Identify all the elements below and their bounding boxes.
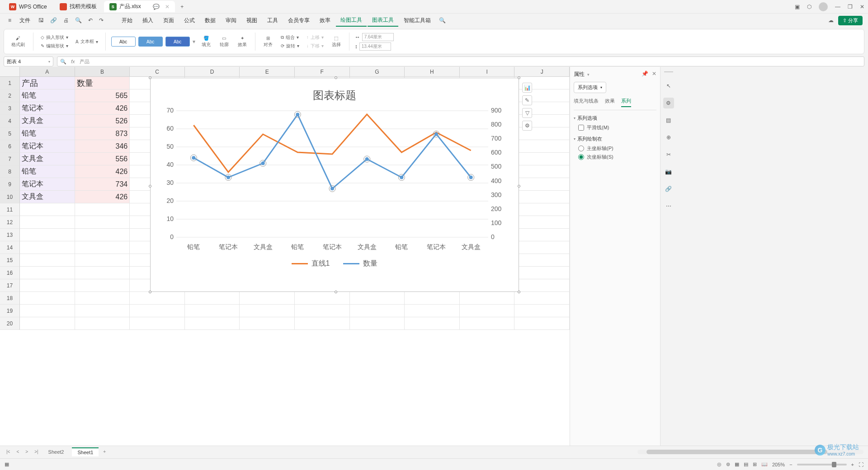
resize-handle[interactable] <box>335 291 337 293</box>
col-A[interactable]: A <box>20 67 75 76</box>
cell[interactable] <box>75 292 130 305</box>
cell[interactable] <box>240 292 295 305</box>
row-head[interactable]: 2 <box>0 89 20 102</box>
menu-view[interactable]: 视图 <box>242 15 262 26</box>
close-icon[interactable]: ✕ <box>652 70 656 77</box>
align-button[interactable]: ⊞对齐 <box>261 35 275 49</box>
menu-efficiency[interactable]: 效率 <box>315 15 335 26</box>
width-input[interactable] <box>362 33 394 41</box>
chart-settings-button[interactable]: ⚙ <box>522 121 532 131</box>
row-head[interactable]: 16 <box>0 267 20 279</box>
chevron-down-icon[interactable]: ▾ <box>587 72 590 77</box>
undo-icon[interactable]: ↶ <box>85 15 95 25</box>
collapse-handle[interactable] <box>664 71 673 72</box>
resize-handle[interactable] <box>518 76 520 79</box>
tab-wps[interactable]: WWPS Office <box>4 1 52 12</box>
cell[interactable] <box>75 279 130 292</box>
name-box[interactable]: 图表 4 <box>4 56 53 66</box>
row-head[interactable]: 14 <box>0 241 20 254</box>
cell[interactable] <box>20 241 75 254</box>
sheet-nav-next[interactable]: > <box>24 449 30 454</box>
format-brush-button[interactable]: 🖌格式刷 <box>9 35 28 49</box>
sheet-nav-last[interactable]: >| <box>33 449 40 454</box>
preview-icon[interactable]: 🔍 <box>72 15 85 25</box>
share-button[interactable]: ⇧ 分享 <box>838 16 863 25</box>
select-button[interactable]: ⬚选择 <box>329 35 344 49</box>
fill-button[interactable]: 🪣填充 <box>199 35 213 49</box>
chart-edit-button[interactable]: ✎ <box>522 95 532 105</box>
view-page-icon[interactable]: ▤ <box>744 461 748 467</box>
cell[interactable] <box>75 317 130 330</box>
zoom-value[interactable]: 205% <box>772 462 785 467</box>
menu-start[interactable]: 开始 <box>117 15 137 26</box>
effect-button[interactable]: ✦效果 <box>235 35 250 49</box>
row-head[interactable]: 13 <box>0 229 20 241</box>
resize-handle[interactable] <box>149 185 151 188</box>
menu-chart-tools[interactable]: 图表工具 <box>368 14 398 27</box>
insert-shape-button[interactable]: ◇插入形状 ▾ <box>39 34 70 41</box>
row-head[interactable]: 15 <box>0 254 20 267</box>
cell[interactable]: 笔记本 <box>20 178 75 191</box>
spreadsheet[interactable]: A B C D E F G H I J 1产品数量2铅笔5653笔记本4264文… <box>0 67 570 451</box>
menu-page[interactable]: 页面 <box>159 15 179 26</box>
cell[interactable] <box>514 317 570 330</box>
menu-insert[interactable]: 插入 <box>138 15 158 26</box>
col-H[interactable]: H <box>405 67 460 76</box>
cell[interactable] <box>405 305 460 317</box>
height-input[interactable] <box>359 42 391 51</box>
edit-shape-button[interactable]: ✎编辑形状 ▾ <box>39 42 70 50</box>
layout-icon[interactable]: ▣ <box>795 4 800 10</box>
sheet-tab-1[interactable]: Sheet1 <box>72 447 99 456</box>
zoom-in-button[interactable]: + <box>851 462 854 467</box>
cell[interactable] <box>514 292 570 305</box>
cell[interactable] <box>20 216 75 229</box>
series-options-section[interactable]: 系列选项 <box>574 115 656 122</box>
link-tool[interactable]: 🔗 <box>663 183 674 194</box>
cell[interactable] <box>405 292 460 305</box>
cell[interactable] <box>20 317 75 330</box>
menu-tools[interactable]: 工具 <box>263 15 283 26</box>
zoom-slider[interactable] <box>797 464 847 465</box>
cell[interactable]: 笔记本 <box>20 102 75 115</box>
cell[interactable] <box>20 203 75 216</box>
cell[interactable]: 526 <box>75 115 130 127</box>
cell[interactable] <box>20 279 75 292</box>
row-head[interactable]: 8 <box>0 165 20 178</box>
hamburger-icon[interactable]: ≡ <box>5 15 14 25</box>
cell[interactable] <box>185 305 240 317</box>
chart-filter-button[interactable]: ▽ <box>522 108 532 118</box>
cell[interactable] <box>514 203 570 216</box>
cell[interactable] <box>75 267 130 279</box>
cell[interactable] <box>350 317 405 330</box>
row-head[interactable]: 20 <box>0 317 20 330</box>
select-all-corner[interactable] <box>0 67 20 76</box>
menu-smart-toolbox[interactable]: 智能工具箱 <box>399 15 435 26</box>
cell[interactable] <box>514 254 570 267</box>
fullscreen-icon[interactable]: ⛶ <box>859 462 863 467</box>
cell[interactable]: 数量 <box>75 77 130 89</box>
cell[interactable] <box>75 254 130 267</box>
chart-object[interactable]: 图表标题 01020304050607001002003004005006007… <box>150 78 519 292</box>
row-head[interactable]: 11 <box>0 203 20 216</box>
menu-member[interactable]: 会员专享 <box>283 15 314 26</box>
series-options-dropdown[interactable]: 系列选项▾ <box>574 82 606 93</box>
tab-template[interactable]: 找稻壳模板 <box>54 1 102 12</box>
cell[interactable] <box>514 165 570 178</box>
cell[interactable] <box>240 305 295 317</box>
shape-style-3[interactable]: Abc <box>165 37 190 47</box>
menu-drawing-tools[interactable]: 绘图工具 <box>336 14 367 27</box>
cell[interactable] <box>295 317 350 330</box>
box-icon[interactable]: ⬡ <box>807 4 811 10</box>
cell[interactable] <box>130 305 185 317</box>
cell[interactable] <box>75 203 130 216</box>
cell[interactable] <box>514 216 570 229</box>
cell[interactable] <box>460 292 515 305</box>
cell[interactable] <box>514 140 570 153</box>
row-head[interactable]: 3 <box>0 102 20 115</box>
resize-handle[interactable] <box>518 185 520 188</box>
cell[interactable] <box>20 254 75 267</box>
chart-type-button[interactable]: 📊 <box>522 83 532 93</box>
cell[interactable] <box>75 229 130 241</box>
cell[interactable] <box>514 241 570 254</box>
cell[interactable]: 铅笔 <box>20 89 75 102</box>
